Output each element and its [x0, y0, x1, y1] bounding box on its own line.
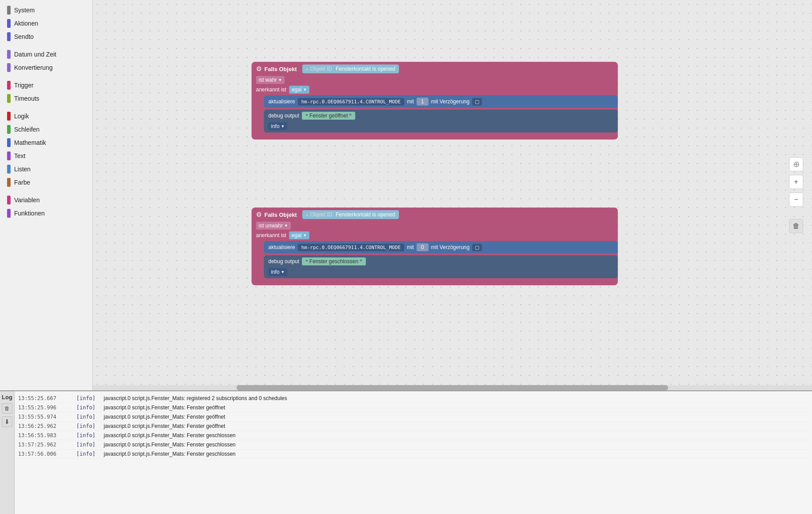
quote-close-1: ❞	[349, 113, 352, 119]
zoom-out-button[interactable]: −	[789, 193, 803, 207]
log-side-panel: Log 🗑 ⬇	[0, 391, 15, 514]
sidebar-item-label-listen: Listen	[14, 166, 30, 173]
sidebar-item-trigger[interactable]: Trigger	[0, 79, 92, 92]
log-time: 13:56:25.962	[18, 423, 71, 429]
dropdown-arrow-2: ▼	[303, 87, 307, 92]
sidebar-item-label-datum-und-zeit: Datum und Zeit	[14, 51, 56, 58]
block2-condition-dropdown[interactable]: ist unwahr ▼	[256, 222, 291, 230]
block1-update-delay-label: mit Verzögerung	[431, 98, 470, 105]
block1-update-label: aktualisiere	[268, 98, 295, 105]
canvas-area[interactable]: ⚙ Falls Objekt ● Objekt ID Fensterkontak…	[93, 0, 812, 390]
block2-acknowledged-dropdown[interactable]: egal ▼	[289, 231, 310, 239]
block1-condition-dropdown[interactable]: ist wahr ▼	[256, 76, 285, 84]
sidebar-item-logik[interactable]: Logik	[0, 110, 92, 123]
sidebar-item-aktionen[interactable]: Aktionen	[0, 17, 92, 30]
dropdown-arrow: ▼	[278, 78, 282, 82]
block2-info-dropdown[interactable]: info ▼	[268, 268, 287, 276]
block2-update-delay-label: mit Verzögerung	[431, 244, 470, 250]
block1-info-label: info	[271, 123, 279, 129]
log-level: [info]	[76, 414, 98, 420]
sidebar-item-konvertierung[interactable]: Konvertierung	[0, 61, 92, 74]
dropdown-arrow-3: ▼	[281, 124, 285, 128]
block1-acknowledged-label: anerkannt ist	[256, 87, 286, 93]
sidebar: SystemAktionenSendtoDatum und ZeitKonver…	[0, 0, 93, 390]
sidebar-item-datum-und-zeit[interactable]: Datum und Zeit	[0, 48, 92, 61]
log-level: [info]	[76, 442, 98, 448]
block-2-container: ⚙ Falls Objekt ● Objekt ID Fensterkontak…	[252, 208, 618, 285]
block2-title: Falls Objekt	[264, 212, 297, 218]
scrollbar-thumb[interactable]	[237, 385, 668, 390]
sidebar-item-timeouts[interactable]: Timeouts	[0, 92, 92, 105]
canvas-controls: ⊕ + − 🗑	[789, 157, 803, 233]
log-row: 13:55:25.996[info]javascript.0 script.js…	[18, 403, 808, 412]
log-area: Log 🗑 ⬇ 13:55:25.667[info]javascript.0 s…	[0, 390, 812, 514]
dropdown-arrow-6: ▼	[281, 270, 285, 274]
sidebar-item-label-funktionen: Funktionen	[14, 210, 45, 217]
sidebar-item-farbe[interactable]: Farbe	[0, 176, 92, 189]
log-message: javascript.0 script.js.Fenster_Mats: Fen…	[104, 442, 236, 448]
log-row: 13:57:25.962[info]javascript.0 script.js…	[18, 440, 808, 450]
sidebar-item-label-text: Text	[14, 152, 26, 159]
block1-info-dropdown[interactable]: info ▼	[268, 122, 287, 130]
log-time: 13:55:25.996	[18, 404, 71, 411]
block2-condition-label: ist unwahr	[259, 223, 283, 229]
block2-acknowledged-value: egal	[292, 232, 302, 238]
log-message: javascript.0 script.js.Fenster_Mats: reg…	[104, 395, 287, 401]
block1-acknowledged-dropdown[interactable]: egal ▼	[289, 86, 310, 94]
log-message: javascript.0 script.js.Fenster_Mats: Fen…	[104, 451, 236, 457]
sidebar-item-label-konvertierung: Konvertierung	[14, 64, 53, 71]
log-message: javascript.0 script.js.Fenster_Mats: Fen…	[104, 432, 236, 438]
log-message: javascript.0 script.js.Fenster_Mats: Fen…	[104, 414, 225, 420]
quote-open-1: ❝	[305, 113, 308, 119]
sidebar-item-listen[interactable]: Listen	[0, 163, 92, 176]
block2-acknowledged-label: anerkannt ist	[256, 232, 286, 238]
block2-debug-label: debug output	[268, 258, 299, 265]
canvas-scrollbar[interactable]	[93, 385, 812, 390]
sidebar-item-system[interactable]: System	[0, 4, 92, 17]
log-label: Log	[2, 394, 12, 401]
block-1-container: ⚙ Falls Objekt ● Objekt ID Fensterkontak…	[252, 62, 618, 140]
log-time: 13:57:56.006	[18, 451, 71, 457]
block1-delay-toggle[interactable]: ▢	[472, 98, 482, 106]
log-time: 13:55:25.667	[18, 395, 71, 401]
dropdown-arrow-4: ▼	[284, 223, 288, 228]
block1-objekt-id-value: Fensterkontakt is opened	[336, 66, 395, 72]
sidebar-item-text[interactable]: Text	[0, 149, 92, 163]
sidebar-item-label-system: System	[14, 7, 35, 14]
sidebar-item-variablen[interactable]: Variablen	[0, 193, 92, 207]
sidebar-item-label-schleifen: Schleifen	[14, 126, 40, 133]
block1-objekt-id-label: Objekt ID	[310, 66, 332, 72]
block2-update-target: hm-rpc.0.OEQ0667911.4.CONTROL_MODE	[298, 244, 404, 251]
trash-button[interactable]: 🗑	[789, 219, 803, 233]
block1-acknowledged-value: egal	[292, 87, 302, 93]
block2-delay-toggle[interactable]: ▢	[472, 244, 482, 251]
log-content[interactable]: 13:55:25.667[info]javascript.0 script.js…	[15, 391, 812, 514]
sidebar-item-schleifen[interactable]: Schleifen	[0, 123, 92, 136]
log-trash-btn[interactable]: 🗑	[2, 403, 12, 414]
log-message: javascript.0 script.js.Fenster_Mats: Fen…	[104, 404, 225, 411]
log-download-btn[interactable]: ⬇	[2, 416, 12, 427]
dropdown-arrow-5: ▼	[303, 233, 307, 238]
log-level: [info]	[76, 404, 98, 411]
block1-title: Falls Objekt	[264, 66, 297, 72]
log-level: [info]	[76, 451, 98, 457]
zoom-in-button[interactable]: +	[789, 175, 803, 189]
sidebar-item-label-sendto: Sendto	[14, 33, 34, 40]
log-level: [info]	[76, 395, 98, 401]
block1-debug-label: debug output	[268, 113, 299, 119]
sidebar-item-label-trigger: Trigger	[14, 82, 34, 89]
sidebar-item-mathematik[interactable]: Mathematik	[0, 136, 92, 149]
log-time: 13:56:55.983	[18, 432, 71, 438]
quote-open-2: ❝	[305, 259, 308, 265]
block2-objekt-id-label: Objekt ID	[310, 212, 332, 218]
log-level: [info]	[76, 432, 98, 438]
connector-notch-2: ●	[306, 212, 308, 217]
sidebar-item-sendto[interactable]: Sendto	[0, 30, 92, 43]
sidebar-item-label-farbe: Farbe	[14, 179, 30, 186]
block2-update-with-label: mit	[407, 244, 414, 250]
connector-notch-1: ●	[306, 67, 308, 72]
log-row: 13:55:55.974[info]javascript.0 script.js…	[18, 412, 808, 422]
target-button[interactable]: ⊕	[789, 157, 803, 171]
block1-update-value: 1	[417, 98, 429, 106]
sidebar-item-funktionen[interactable]: Funktionen	[0, 207, 92, 220]
